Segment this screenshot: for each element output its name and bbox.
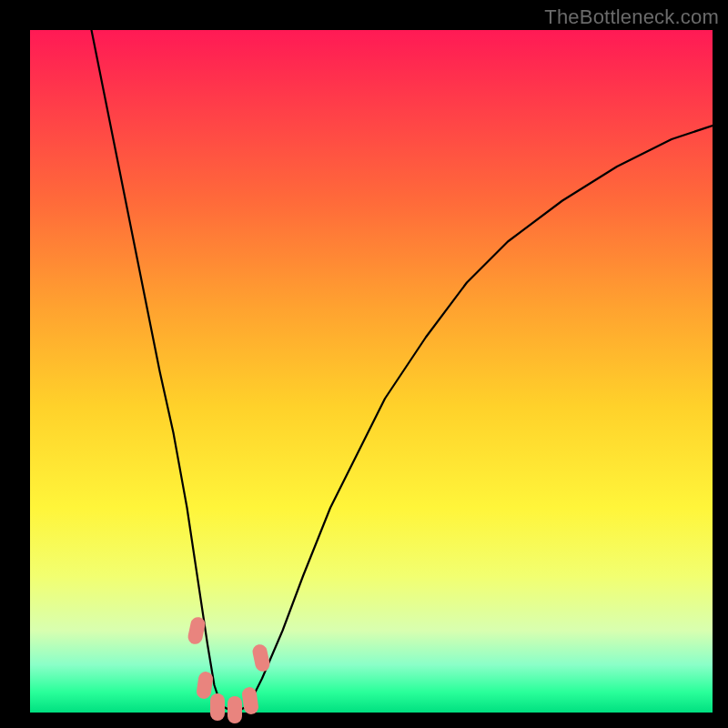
- bottleneck-curve-path: [92, 30, 713, 713]
- chart-frame: TheBottleneck.com: [0, 0, 728, 728]
- curve-marker: [210, 693, 225, 721]
- curve-marker: [228, 696, 242, 723]
- curve-svg: [30, 30, 713, 713]
- watermark-text: TheBottleneck.com: [544, 5, 719, 29]
- plot-area: [30, 30, 713, 713]
